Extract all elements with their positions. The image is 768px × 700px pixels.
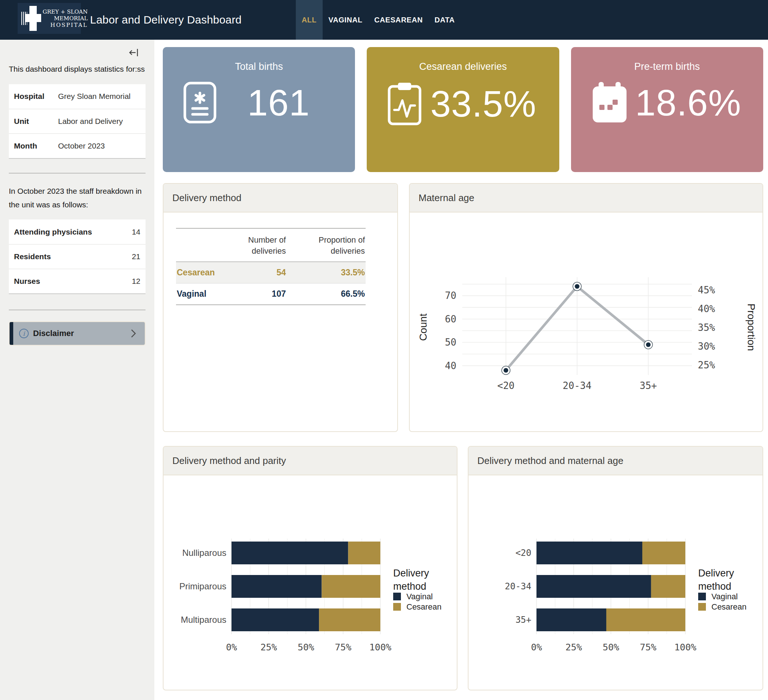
- sidebar-intro-text: This dashboard displays statistics for:s…: [9, 62, 146, 76]
- disclaimer-accent-bar: [10, 322, 13, 345]
- svg-text:50%: 50%: [298, 642, 314, 653]
- kpi-title: Total births: [163, 47, 355, 72]
- row-label: Unit: [14, 117, 58, 126]
- column-header: Proportion of deliveries: [286, 228, 366, 262]
- column-header: Number of deliveries: [216, 228, 286, 262]
- delivery-age-bar-chart: <2020-3435+0%25%50%75%100%Deliverymethod…: [469, 476, 763, 700]
- svg-text:0%: 0%: [226, 642, 237, 653]
- hospital-cross-icon: [21, 6, 43, 31]
- sidebar-divider: [9, 309, 146, 310]
- svg-text:25%: 25%: [566, 642, 582, 653]
- svg-text:Nulliparous: Nulliparous: [182, 548, 226, 558]
- svg-text:35+: 35+: [640, 380, 657, 391]
- svg-text:75%: 75%: [640, 642, 656, 653]
- cell-number: 54: [216, 262, 286, 284]
- svg-text:75%: 75%: [335, 642, 351, 653]
- svg-text:Vaginal: Vaginal: [711, 592, 738, 601]
- hospital-logo-text: GREY + SLOAN MEMORIAL HOSPITAL: [43, 8, 88, 29]
- kpi-value: 18.6%: [628, 82, 749, 124]
- kpi-title: Pre-term births: [571, 47, 763, 72]
- delivery-method-panel: Delivery method Number of deliveries Pro…: [163, 183, 398, 432]
- tab-all[interactable]: ALL: [296, 0, 323, 40]
- sidebar-collapse-icon[interactable]: [129, 46, 140, 59]
- svg-text:70: 70: [445, 290, 456, 301]
- panel-title: Delivery method: [163, 184, 397, 213]
- svg-text:20-34: 20-34: [505, 581, 531, 591]
- svg-text:<20: <20: [497, 380, 514, 391]
- svg-text:Delivery: Delivery: [393, 568, 429, 579]
- table-row: UnitLabor and Delivery: [9, 109, 146, 133]
- info-icon: i: [19, 329, 29, 338]
- cell-proportion: 66.5%: [286, 284, 366, 305]
- tab-data[interactable]: DATA: [429, 0, 461, 40]
- row-label: Hospital: [14, 92, 58, 101]
- svg-text:25%: 25%: [698, 360, 715, 371]
- svg-text:<20: <20: [515, 548, 531, 558]
- staff-breakdown-table: Attending physicians14Residents21Nurses1…: [9, 219, 146, 294]
- kpi-card-cesarean-deliveries: Cesarean deliveries33.5%: [367, 47, 559, 172]
- svg-text:Vaginal: Vaginal: [406, 592, 433, 601]
- staff-intro-text: In October 2023 the staff breakdown in t…: [9, 184, 146, 212]
- svg-text:Cesarean: Cesarean: [711, 602, 746, 611]
- app-header: GREY + SLOAN MEMORIAL HOSPITAL Labor and…: [0, 0, 768, 40]
- svg-text:100%: 100%: [369, 642, 391, 653]
- svg-text:Primiparous: Primiparous: [179, 581, 226, 591]
- cell-label: Cesarean: [176, 262, 216, 284]
- svg-text:35%: 35%: [698, 322, 715, 333]
- row-value: 21: [132, 252, 140, 261]
- kpi-title: Cesarean deliveries: [367, 47, 559, 72]
- svg-text:Cesarean: Cesarean: [406, 602, 441, 611]
- svg-text:0%: 0%: [531, 642, 542, 653]
- row-label: Nurses: [14, 277, 132, 286]
- svg-text:100%: 100%: [674, 642, 696, 653]
- svg-text:35+: 35+: [515, 615, 531, 625]
- table-row: MonthOctober 2023: [9, 133, 146, 158]
- birth-record-icon: [183, 81, 217, 124]
- tab-vaginal[interactable]: VAGINAL: [323, 0, 368, 40]
- svg-text:method: method: [393, 581, 426, 592]
- panel-title: Delivery method and maternal age: [469, 447, 763, 476]
- kpi-value: 33.5%: [422, 83, 544, 125]
- kpi-card-total-births: Total births161: [163, 47, 355, 172]
- row-value: 14: [132, 227, 140, 236]
- table-row: Nurses12: [9, 269, 146, 293]
- table-row: Attending physicians14: [9, 219, 146, 244]
- svg-text:50%: 50%: [603, 642, 619, 653]
- kpi-value: 161: [217, 82, 340, 124]
- chevron-right-icon: [130, 328, 138, 339]
- page-title: Labor and Delivery Dashboard: [90, 14, 242, 26]
- table-row: HospitalGrey Sloan Memorial: [9, 84, 146, 109]
- delivery-parity-panel: Delivery method and parity NulliparousPr…: [163, 446, 458, 690]
- disclaimer-button[interactable]: i Disclaimer: [9, 321, 146, 346]
- maternal-age-line-chart: 4050607025%30%35%40%45%CountProportion<2…: [410, 213, 763, 403]
- row-value: Labor and Delivery: [58, 117, 123, 126]
- row-value: Grey Sloan Memorial: [58, 92, 130, 101]
- svg-text:60: 60: [445, 314, 456, 325]
- row-label: Attending physicians: [14, 227, 132, 236]
- svg-text:40: 40: [445, 360, 456, 371]
- panel-title: Delivery method and parity: [163, 447, 457, 476]
- delivery-parity-bar-chart: NulliparousPrimiparousMultiparous0%25%50…: [163, 476, 457, 700]
- svg-text:40%: 40%: [698, 303, 715, 314]
- dashboard-info-table: HospitalGrey Sloan MemorialUnitLabor and…: [9, 84, 146, 159]
- nav-tabs: ALLVAGINALCAESAREANDATA: [296, 0, 461, 40]
- clipboard-pulse-icon: [387, 81, 422, 126]
- delivery-age-panel: Delivery method and maternal age <2020-3…: [468, 446, 763, 690]
- sidebar-divider: [9, 173, 146, 173]
- kpi-card-pre-term-births: Pre-term births18.6%: [571, 47, 763, 172]
- svg-text:45%: 45%: [698, 285, 715, 296]
- panel-title: Maternal age: [410, 184, 763, 213]
- svg-text:30%: 30%: [698, 341, 715, 352]
- table-row: Vaginal10766.5%: [176, 284, 366, 305]
- hospital-logo: GREY + SLOAN MEMORIAL HOSPITAL: [18, 3, 81, 34]
- table-row: Cesarean5433.5%: [176, 262, 366, 284]
- svg-text:50: 50: [445, 337, 456, 348]
- svg-text:Multiparous: Multiparous: [181, 615, 226, 625]
- column-header: [176, 228, 216, 262]
- svg-text:20-34: 20-34: [563, 380, 591, 391]
- row-value: October 2023: [58, 141, 105, 151]
- tab-caesarean[interactable]: CAESAREAN: [368, 0, 429, 40]
- kpi-row: Total births161Cesarean deliveries33.5%P…: [163, 47, 763, 172]
- delivery-method-table: Number of deliveries Proportion of deliv…: [176, 228, 366, 305]
- sidebar: This dashboard displays statistics for:s…: [0, 40, 154, 700]
